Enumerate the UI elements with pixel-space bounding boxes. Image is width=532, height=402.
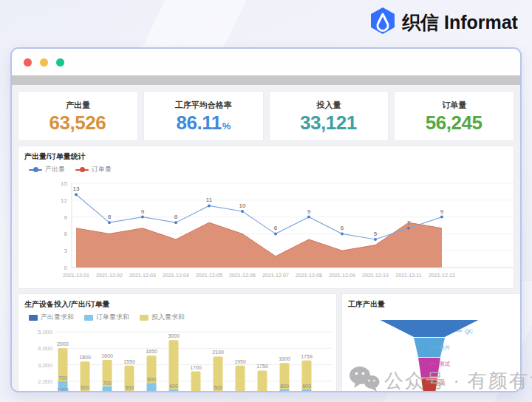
- svg-text:700: 700: [58, 375, 67, 381]
- svg-text:3,000: 3,000: [38, 362, 53, 369]
- line-chart-plot: 036912151389811106965792021-12-012021-12…: [24, 174, 520, 287]
- kpi-value: 56,245: [426, 113, 483, 132]
- legend-item-order-sum[interactable]: 订单量求和: [84, 313, 129, 322]
- svg-text:2021-12-01: 2021-12-01: [63, 273, 89, 278]
- svg-text:13: 13: [73, 185, 80, 192]
- svg-text:1600: 1600: [101, 353, 113, 358]
- svg-text:9: 9: [141, 208, 145, 215]
- svg-text:2021-12-04: 2021-12-04: [163, 273, 189, 278]
- svg-text:2021-12-12: 2021-12-12: [429, 273, 455, 278]
- svg-text:贴片: 贴片: [439, 344, 451, 351]
- svg-text:2000: 2000: [57, 341, 69, 347]
- svg-text:600: 600: [302, 384, 311, 389]
- toolbar-strip: [12, 75, 520, 85]
- bar-chart-plot: 5,0004,0003,0002,00020007001300180060016…: [24, 322, 335, 392]
- svg-text:1800: 1800: [79, 355, 91, 360]
- svg-text:6: 6: [64, 231, 68, 237]
- chart-title: 生产设备投入/产出/订单量: [24, 299, 333, 310]
- kpi-value: 33,121: [300, 113, 358, 132]
- svg-text:2,000: 2,000: [38, 378, 53, 385]
- svg-text:1550: 1550: [123, 359, 135, 364]
- svg-text:9: 9: [440, 208, 444, 215]
- kpi-value: 86.11%: [177, 113, 231, 132]
- series-color-chip-icon: [84, 315, 93, 321]
- legend-item-input-sum[interactable]: 投入量求和: [140, 313, 185, 322]
- svg-text:8: 8: [108, 214, 112, 220]
- svg-text:2021-12-08: 2021-12-08: [296, 273, 322, 278]
- bar-chart-card: 生产设备投入/产出/订单量 产出量求和 订单量求和 投入量求和 5: [18, 293, 337, 392]
- line-series-marker-icon: [75, 169, 89, 171]
- line-series-marker-icon: [29, 169, 42, 171]
- svg-text:QC: QC: [465, 328, 474, 335]
- svg-text:1759: 1759: [301, 354, 313, 359]
- svg-text:800: 800: [280, 384, 289, 389]
- svg-text:5: 5: [374, 231, 378, 237]
- series-color-chip-icon: [29, 315, 38, 321]
- svg-text:9: 9: [64, 214, 68, 221]
- svg-text:2021-12-03: 2021-12-03: [129, 273, 156, 278]
- svg-text:3: 3: [64, 248, 68, 254]
- dashboard-content: 产出量 63,526 工序平均合格率 86.11% 投入量 33,121 订单量…: [12, 85, 520, 392]
- app-window: 产出量 63,526 工序平均合格率 86.11% 投入量 33,121 订单量…: [10, 47, 522, 392]
- svg-text:700: 700: [103, 381, 112, 386]
- brand-logo: 织信 Informat: [369, 7, 518, 37]
- svg-text:2021-12-11: 2021-12-11: [395, 273, 421, 278]
- kpi-label: 投入量: [316, 100, 341, 111]
- svg-text:2021-12-07: 2021-12-07: [262, 273, 289, 278]
- kpi-label: 产出量: [66, 100, 90, 111]
- chart-title: 工序产出量: [348, 299, 518, 310]
- legend-item-output-sum[interactable]: 产出量求和: [29, 313, 74, 322]
- series-color-chip-icon: [140, 315, 149, 321]
- kpi-card-input: 投入量 33,121: [269, 91, 389, 141]
- svg-text:15: 15: [61, 180, 67, 187]
- svg-text:600: 600: [81, 385, 89, 390]
- svg-text:1700: 1700: [190, 365, 202, 370]
- bar-chart-legend: 产出量求和 订单量求和 投入量求和: [29, 313, 333, 322]
- line-chart-legend: 产出量 订单量: [29, 165, 508, 174]
- svg-text:2021-12-05: 2021-12-05: [196, 273, 222, 278]
- legend-item-orders[interactable]: 订单量: [75, 165, 112, 174]
- svg-text:800: 800: [147, 377, 156, 382]
- svg-text:10: 10: [239, 202, 246, 209]
- watermark: 公众号 · 有颜有货: [349, 365, 532, 396]
- kpi-label: 工序平均合格率: [175, 100, 232, 111]
- logo-hexagon-icon: [369, 7, 396, 38]
- svg-text:12: 12: [61, 197, 67, 204]
- traffic-light-minimize-button[interactable]: [40, 58, 48, 67]
- svg-text:600: 600: [169, 384, 178, 389]
- kpi-row: 产出量 63,526 工序平均合格率 86.11% 投入量 33,121 订单量…: [18, 91, 514, 141]
- svg-text:2021-12-09: 2021-12-09: [329, 273, 355, 278]
- svg-text:6: 6: [341, 225, 344, 231]
- svg-text:1650: 1650: [146, 349, 157, 354]
- chart-title: 产出量/订单量统计: [24, 151, 508, 162]
- traffic-light-close-button[interactable]: [24, 58, 32, 67]
- svg-text:6: 6: [274, 225, 278, 231]
- svg-text:500: 500: [125, 385, 134, 390]
- svg-text:1950: 1950: [234, 359, 246, 364]
- svg-text:1750: 1750: [256, 364, 268, 369]
- svg-text:1600: 1600: [279, 356, 290, 361]
- svg-text:9: 9: [307, 208, 311, 215]
- svg-text:1300: 1300: [57, 387, 69, 392]
- svg-text:3000: 3000: [168, 333, 180, 338]
- kpi-card-output: 产出量 63,526: [18, 91, 138, 141]
- kpi-card-pass-rate: 工序平均合格率 86.11%: [143, 91, 264, 141]
- line-chart-card: 产出量/订单量统计 产出量 订单量 0369121513898111069657…: [18, 146, 514, 289]
- legend-item-output[interactable]: 产出量: [29, 165, 65, 174]
- kpi-value: 63,526: [50, 113, 107, 132]
- svg-text:2021-12-10: 2021-12-10: [362, 273, 389, 278]
- traffic-light-zoom-button[interactable]: [56, 58, 64, 67]
- svg-text:5,000: 5,000: [38, 329, 53, 335]
- svg-text:8: 8: [174, 214, 178, 220]
- svg-text:500: 500: [214, 385, 222, 390]
- svg-text:2021-12-02: 2021-12-02: [96, 273, 123, 278]
- kpi-label: 订单量: [442, 100, 466, 111]
- svg-text:2021-12-06: 2021-12-06: [229, 273, 256, 278]
- window-titlebar: [12, 49, 520, 75]
- wechat-icon: [349, 365, 380, 396]
- brand-name: 织信 Informat: [402, 10, 518, 35]
- svg-text:7: 7: [407, 219, 411, 226]
- watermark-text: 公众号 · 有颜有货: [384, 368, 532, 394]
- svg-text:2100: 2100: [212, 350, 224, 355]
- svg-text:11: 11: [206, 197, 213, 203]
